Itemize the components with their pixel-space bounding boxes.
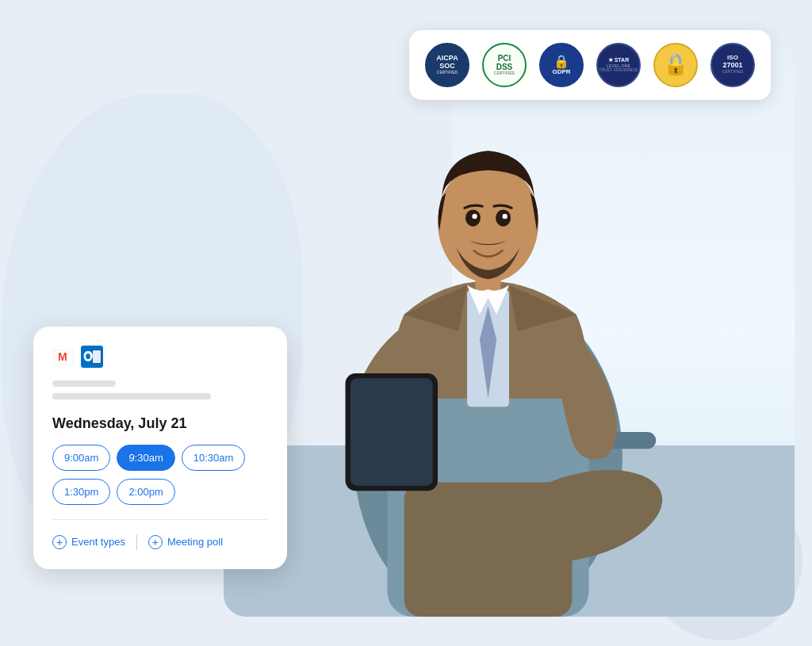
- svg-point-14: [472, 213, 477, 218]
- svg-rect-9: [350, 378, 433, 486]
- person-illustration: [224, 46, 795, 617]
- widget-divider: [52, 519, 268, 520]
- widget-date-heading: Wednesday, July 21: [52, 415, 268, 432]
- widget-app-icons: M O: [52, 346, 268, 368]
- badge-gdpr: 🔒 GDPR: [539, 43, 584, 87]
- svg-point-11: [438, 162, 538, 282]
- outlook-icon: O: [81, 346, 103, 368]
- time-btn-930[interactable]: 9:30am: [117, 445, 174, 471]
- placeholder-line-long: [52, 393, 211, 399]
- badge-pci: PCI DSS CERTIFIED: [482, 43, 527, 87]
- scheduling-widget: M O Wednesday, July 21: [33, 327, 287, 569]
- svg-rect-20: [93, 350, 101, 363]
- svg-text:O: O: [83, 350, 93, 363]
- meeting-poll-label: Meeting poll: [167, 536, 223, 548]
- time-btn-200[interactable]: 2:00pm: [117, 479, 174, 505]
- certifications-panel: AICPA SOC CERTIFIED PCI DSS CERTIFIED 🔒 …: [409, 30, 771, 100]
- event-types-label: Event types: [71, 536, 125, 548]
- svg-point-15: [503, 213, 508, 218]
- event-types-plus-icon: +: [52, 535, 67, 549]
- svg-text:M: M: [58, 350, 67, 363]
- widget-footer[interactable]: + Event types + Meeting poll: [52, 534, 268, 550]
- badge-star: ★ STAR LEVEL ONE TRUST ASSURANCE: [596, 43, 641, 87]
- badge-lock-gold: 🔒: [653, 43, 698, 87]
- event-types-link[interactable]: + Event types: [52, 535, 125, 549]
- time-btn-1030[interactable]: 10:30am: [182, 445, 246, 471]
- time-btn-130[interactable]: 1:30pm: [52, 479, 110, 505]
- badge-iso: ISO 27001 CERTIFIED: [710, 43, 755, 87]
- time-buttons-row-2[interactable]: 1:30pm 2:00pm: [52, 479, 268, 505]
- meeting-poll-link[interactable]: + Meeting poll: [148, 535, 223, 549]
- meeting-poll-plus-icon: +: [148, 535, 163, 549]
- widget-placeholder-lines: [52, 380, 268, 399]
- photo-background: [224, 46, 795, 617]
- footer-separator: [136, 534, 137, 550]
- time-btn-900[interactable]: 9:00am: [52, 445, 110, 471]
- time-buttons-row-1[interactable]: 9:00am 9:30am 10:30am: [52, 445, 268, 471]
- gmail-icon: M: [52, 347, 75, 366]
- placeholder-line-short: [52, 380, 116, 387]
- badge-aicpa: AICPA SOC CERTIFIED: [425, 43, 469, 87]
